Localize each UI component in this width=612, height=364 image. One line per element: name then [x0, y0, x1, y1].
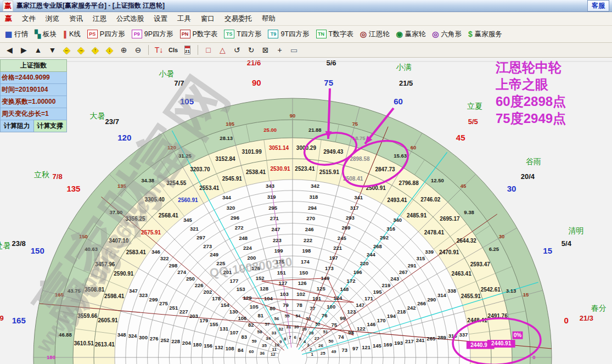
- svg-text:268: 268: [373, 243, 382, 249]
- calc-support-button[interactable]: 计算支撑: [34, 120, 68, 132]
- toolbar-t-number-table-button[interactable]: TNT数字表: [313, 27, 357, 41]
- zoom-out-icon: ⊖: [135, 46, 142, 54]
- step-right-button[interactable]: ◆→: [74, 44, 88, 56]
- svg-text:344: 344: [222, 194, 232, 200]
- svg-text:2598.41: 2598.41: [104, 293, 125, 299]
- svg-text:3610.51: 3610.51: [74, 340, 94, 346]
- display-button[interactable]: ▭: [287, 44, 301, 56]
- toolbar-p-square-button[interactable]: PSP四方形: [84, 27, 128, 41]
- menu-item-8[interactable]: 交易委托: [220, 13, 257, 25]
- menu-item-6[interactable]: 工具: [172, 13, 196, 25]
- svg-text:294: 294: [308, 205, 317, 211]
- step-right-icon: →: [78, 47, 83, 53]
- menu-item-4[interactable]: 公式选股: [111, 13, 149, 25]
- rotate-ccw-button[interactable]: ↺: [230, 44, 244, 56]
- zoom-in-icon: ⊕: [121, 46, 127, 54]
- toolbar-9t-square-button[interactable]: T99T四方形: [265, 27, 312, 41]
- svg-text:299: 299: [149, 296, 158, 303]
- svg-text:0: 0: [564, 316, 569, 325]
- svg-text:33: 33: [272, 331, 277, 335]
- toolbar-p-number-table-button[interactable]: PNP数字表: [177, 27, 221, 41]
- svg-text:267: 267: [399, 269, 408, 275]
- toolbar-hexagon-button[interactable]: ◎六角形: [429, 27, 465, 41]
- menu-item-2[interactable]: 资讯: [64, 13, 88, 25]
- svg-text:2545.91: 2545.91: [222, 176, 243, 182]
- nav-up-button[interactable]: ▲: [31, 44, 45, 56]
- zoom-in-button[interactable]: ⊕: [117, 44, 131, 56]
- svg-text:5/5: 5/5: [468, 117, 478, 126]
- panel-field-3: 周天变化步长=1: [0, 108, 67, 120]
- menu-item-3[interactable]: 江恩: [88, 13, 111, 25]
- customer-service-button[interactable]: 客服: [587, 0, 609, 12]
- svg-text:146: 146: [367, 321, 375, 327]
- svg-text:50: 50: [328, 339, 333, 344]
- svg-text:2847.73: 2847.73: [375, 166, 395, 172]
- svg-text:340: 340: [393, 217, 402, 223]
- menu-item-1[interactable]: 浏览: [41, 13, 64, 25]
- svg-text:2553.41: 2553.41: [199, 185, 220, 191]
- svg-text:2593.47: 2593.47: [470, 261, 491, 267]
- svg-text:2695.17: 2695.17: [440, 216, 460, 222]
- svg-text:99: 99: [340, 315, 346, 321]
- nav-down-button[interactable]: ▼: [46, 44, 59, 56]
- svg-text:290: 290: [428, 296, 436, 303]
- draw-rect-button[interactable]: □: [201, 44, 215, 56]
- step-down-button[interactable]: ◆↓: [103, 44, 116, 56]
- nav-left-button[interactable]: ◀: [3, 44, 16, 56]
- toolbar-kline-button[interactable]: ∥K线: [60, 27, 84, 41]
- menu-item-0[interactable]: 文件: [17, 13, 41, 25]
- fit-window-button[interactable]: ⊠: [259, 44, 272, 56]
- measure-icon: T↓: [155, 46, 164, 54]
- hexagon-label: 六角形: [441, 30, 462, 39]
- svg-text:0: 0: [532, 354, 535, 360]
- svg-text:102: 102: [296, 291, 305, 297]
- toolbar-winner-service-button[interactable]: $赢家服务: [465, 27, 506, 41]
- svg-text:84: 84: [238, 347, 244, 353]
- step-up-button[interactable]: ◆↑: [88, 44, 102, 56]
- annotation-line-1: 江恩轮中轮: [496, 59, 566, 76]
- menu-item-9[interactable]: 帮助: [257, 13, 280, 25]
- svg-text:2644.32: 2644.32: [457, 238, 477, 244]
- svg-text:243: 243: [390, 276, 399, 282]
- svg-text:270: 270: [306, 215, 315, 221]
- svg-text:165: 165: [12, 316, 26, 325]
- svg-text:174: 174: [301, 259, 310, 265]
- toolbar-t-square-button[interactable]: TST四方形: [221, 27, 265, 41]
- svg-text:7/9: 7/9: [0, 314, 4, 322]
- toolbar-sectors-button[interactable]: ▚板块: [31, 27, 60, 41]
- hexagon-icon: ◎: [432, 30, 439, 38]
- svg-text:323: 323: [139, 292, 148, 298]
- svg-text:谷雨: 谷雨: [526, 157, 541, 166]
- calendar-button[interactable]: 21: [181, 44, 194, 56]
- draw-rect-icon: □: [206, 46, 210, 54]
- svg-text:27: 27: [315, 336, 319, 341]
- svg-text:77: 77: [310, 305, 316, 311]
- svg-text:217: 217: [405, 338, 414, 344]
- instrument-name: 上证指数: [0, 59, 67, 72]
- svg-text:0%: 0%: [514, 332, 522, 338]
- svg-text:2613.41: 2613.41: [95, 341, 115, 348]
- calc-resistance-button[interactable]: 计算阻力: [0, 120, 34, 132]
- svg-text:314: 314: [437, 292, 447, 298]
- toolbar-9p-square-button[interactable]: P99P四方形: [128, 27, 177, 41]
- menu-item-7[interactable]: 窗口: [196, 13, 220, 25]
- svg-text:172: 172: [347, 278, 356, 284]
- toolbar-quotes-button[interactable]: ▦行情: [2, 27, 31, 41]
- svg-text:218: 218: [397, 309, 406, 315]
- menu-item-5[interactable]: 设置: [149, 13, 172, 25]
- nav-down-icon: ▼: [49, 46, 57, 54]
- measure-button[interactable]: T↓: [152, 44, 166, 56]
- svg-text:15: 15: [543, 246, 552, 255]
- center-view-button[interactable]: +: [273, 44, 287, 56]
- cls-button[interactable]: Cls: [166, 44, 180, 56]
- svg-text:339: 339: [425, 249, 434, 255]
- svg-text:11: 11: [272, 347, 277, 352]
- draw-triangle-button[interactable]: △: [216, 44, 229, 56]
- toolbar-gann-wheel-button[interactable]: ◎江恩轮: [357, 27, 393, 41]
- nav-right-button[interactable]: ▶: [17, 44, 31, 56]
- toolbar-winner-wheel-button[interactable]: ◉赢家轮: [392, 27, 429, 41]
- rotate-cw-button[interactable]: ↻: [244, 44, 258, 56]
- step-left-button[interactable]: ◆←: [60, 44, 74, 56]
- zoom-out-button[interactable]: ⊖: [131, 44, 145, 56]
- svg-text:清明: 清明: [568, 226, 583, 235]
